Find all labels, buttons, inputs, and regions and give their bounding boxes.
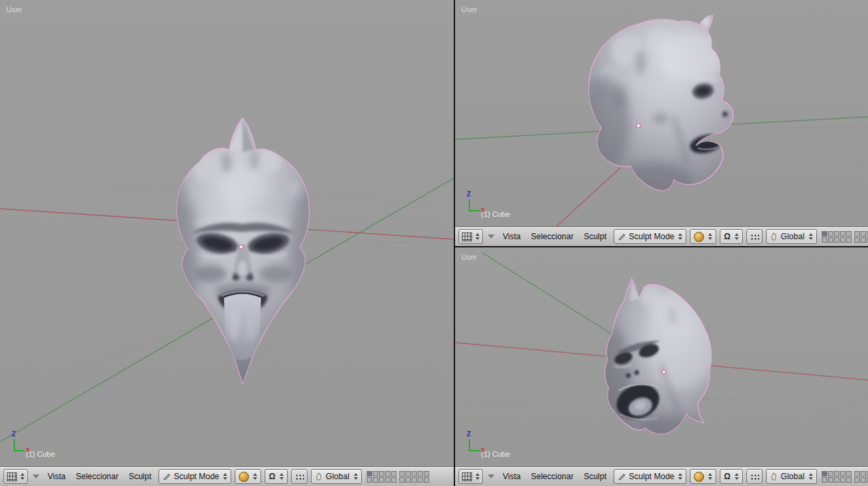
editor-type-button[interactable]	[458, 229, 483, 244]
stepper-arrows-icon	[475, 233, 480, 240]
menu-vista[interactable]: Vista	[499, 232, 524, 241]
layer-toggle[interactable]	[822, 471, 827, 476]
layer-toggle[interactable]	[418, 477, 423, 483]
cursor-dot	[637, 124, 641, 128]
sculpt-brush-icon	[618, 472, 627, 481]
editor-type-button[interactable]	[458, 469, 483, 484]
layer-toggle[interactable]	[846, 477, 852, 483]
layer-toggle[interactable]	[828, 471, 833, 476]
layer-toggle[interactable]	[424, 471, 429, 476]
layer-toggle[interactable]	[834, 237, 839, 243]
layer-toggle[interactable]	[854, 471, 860, 476]
manipulator-toggle[interactable]	[291, 469, 307, 484]
layer-toggle[interactable]	[828, 237, 833, 243]
pivot-dropdown[interactable]: Ω	[720, 469, 743, 484]
grid-editor-icon	[462, 472, 472, 481]
menu-seleccionar[interactable]: Seleccionar	[527, 472, 577, 481]
mode-dropdown[interactable]: Sculpt Mode	[158, 469, 232, 484]
draw-mode-dropdown[interactable]	[690, 229, 716, 244]
manipulator-dots-icon	[750, 233, 759, 240]
layer-toggle[interactable]	[424, 477, 429, 483]
layer-toggle[interactable]	[379, 471, 384, 476]
orientation-dropdown[interactable]: Global	[766, 229, 817, 244]
layer-toggle[interactable]	[854, 477, 860, 483]
layer-block	[399, 471, 429, 483]
draw-mode-dropdown[interactable]	[690, 469, 716, 484]
menu-seleccionar[interactable]: Seleccionar	[72, 472, 122, 481]
menu-seleccionar[interactable]: Seleccionar	[527, 232, 577, 241]
layer-toggle[interactable]	[391, 471, 397, 476]
layer-toggle[interactable]	[861, 477, 866, 483]
layer-toggle[interactable]	[822, 237, 827, 243]
layer-toggle[interactable]	[822, 231, 827, 237]
pivot-dropdown[interactable]: Ω	[265, 469, 288, 484]
viewport-3d-front[interactable]: User Z x (1) Cube	[0, 0, 454, 466]
viewport-3d-three-quarter[interactable]: User Z x (1) Cube	[455, 247, 868, 466]
layer-toggle[interactable]	[405, 477, 411, 483]
layer-toggle[interactable]	[399, 471, 405, 476]
layer-toggle[interactable]	[418, 471, 423, 476]
active-object-label: (1) Cube	[481, 210, 510, 218]
layer-toggle[interactable]	[854, 231, 860, 237]
sculpt-head-side[interactable]	[554, 15, 754, 205]
layer-toggle[interactable]	[861, 471, 866, 476]
layer-toggle[interactable]	[385, 471, 390, 476]
menu-collapse-icon[interactable]	[33, 474, 39, 479]
layer-toggle[interactable]	[840, 477, 846, 483]
mode-dropdown[interactable]: Sculpt Mode	[614, 469, 687, 484]
layer-toggle[interactable]	[412, 471, 417, 476]
menu-vista[interactable]: Vista	[499, 472, 524, 481]
layer-toggle[interactable]	[854, 237, 860, 243]
layer-toggle[interactable]	[834, 471, 839, 476]
layer-toggle[interactable]	[399, 477, 405, 483]
menu-collapse-icon[interactable]	[488, 474, 495, 479]
layer-toggle[interactable]	[861, 231, 866, 237]
stepper-arrows-icon	[354, 473, 358, 480]
orientation-dropdown[interactable]: Global	[311, 469, 362, 484]
menu-sculpt[interactable]: Sculpt	[580, 232, 610, 241]
layer-toggle[interactable]	[828, 477, 833, 483]
layer-toggle[interactable]	[834, 231, 839, 237]
stepper-arrows-icon	[678, 233, 682, 240]
viewport-3d-side[interactable]: User Z x (1) Cube	[455, 0, 868, 226]
layer-toggle[interactable]	[846, 231, 852, 237]
stepper-arrows-icon	[735, 233, 739, 240]
manipulator-toggle[interactable]	[746, 229, 763, 244]
manipulator-toggle[interactable]	[746, 469, 763, 484]
layer-toggle[interactable]	[846, 471, 852, 476]
pivot-dropdown[interactable]: Ω	[720, 229, 743, 244]
layer-toggle[interactable]	[379, 477, 384, 483]
axis-z-label: Z	[467, 190, 471, 198]
mode-value: Sculpt Mode	[629, 232, 675, 241]
sculpt-head-three-quarter[interactable]	[561, 271, 724, 451]
layer-toggle[interactable]	[367, 477, 372, 483]
mode-dropdown[interactable]: Sculpt Mode	[614, 229, 687, 244]
layer-toggle[interactable]	[834, 477, 839, 483]
layer-toggle[interactable]	[840, 471, 846, 476]
layer-toggle[interactable]	[391, 477, 397, 483]
menu-collapse-icon[interactable]	[488, 235, 495, 239]
cursor-dot	[239, 245, 244, 249]
layer-toggle[interactable]	[828, 231, 833, 237]
layer-toggle[interactable]	[822, 477, 827, 483]
layer-toggle[interactable]	[840, 237, 846, 243]
layer-toggle[interactable]	[367, 471, 372, 476]
menu-sculpt[interactable]: Sculpt	[580, 472, 610, 481]
draw-mode-dropdown[interactable]	[235, 469, 261, 484]
layer-toggle[interactable]	[846, 237, 852, 243]
layer-toggle[interactable]	[412, 477, 417, 483]
stepper-arrows-icon	[678, 473, 682, 480]
layer-toggle[interactable]	[385, 477, 390, 483]
sculpt-head-front[interactable]	[155, 114, 331, 389]
pan-hand-icon	[770, 472, 778, 481]
layer-toggle[interactable]	[861, 237, 866, 243]
layer-toggle[interactable]	[373, 477, 378, 483]
editor-type-button[interactable]	[3, 469, 28, 484]
menu-vista[interactable]: Vista	[44, 472, 69, 481]
layer-toggle[interactable]	[840, 231, 846, 237]
layer-toggle[interactable]	[373, 471, 378, 476]
menu-sculpt[interactable]: Sculpt	[125, 472, 154, 481]
pivot-omega-icon: Ω	[724, 232, 731, 241]
layer-toggle[interactable]	[405, 471, 411, 476]
orientation-dropdown[interactable]: Global	[766, 469, 817, 484]
